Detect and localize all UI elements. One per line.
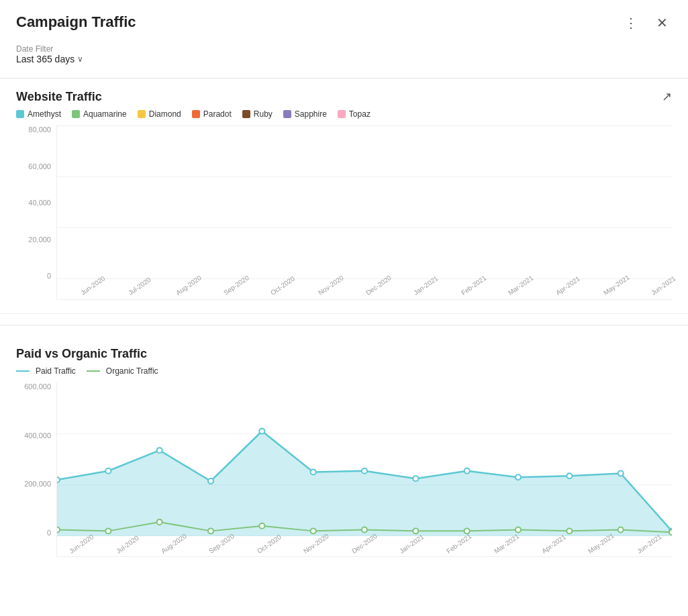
legend-item: Diamond <box>138 109 181 119</box>
svg-point-17 <box>105 528 111 533</box>
chevron-down-icon: ∨ <box>77 54 83 64</box>
x-axis-label: Jun-2020 <box>79 274 106 297</box>
expand-icon[interactable]: ↗ <box>662 89 672 104</box>
x-axis-label: Apr-2021 <box>540 533 567 555</box>
legend-item: Ruby <box>242 109 273 119</box>
website-traffic-legend: AmethystAquamarineDiamondParadotRubySapp… <box>16 109 672 119</box>
x-axis-label: Oct-2020 <box>256 533 283 555</box>
x-axis-label: Jan-2021 <box>412 274 439 297</box>
x-axis-label: Mar-2021 <box>507 274 534 297</box>
svg-point-7 <box>259 429 264 434</box>
svg-point-4 <box>105 468 111 474</box>
y-axis-label: 600,000 <box>16 382 56 391</box>
svg-point-18 <box>157 519 162 525</box>
y-axis-label: 400,000 <box>16 431 56 440</box>
close-button[interactable]: ✕ <box>652 13 672 32</box>
legend-item: Organic Traffic <box>87 366 158 376</box>
svg-point-3 <box>57 477 60 482</box>
legend-item: Topaz <box>338 109 371 119</box>
svg-point-21 <box>311 528 316 533</box>
y-axis-label: 80,000 <box>16 125 56 134</box>
svg-point-26 <box>567 528 572 533</box>
x-axis-label: Oct-2020 <box>269 274 296 297</box>
paid-organic-title: Paid vs Organic Traffic <box>16 347 147 361</box>
legend-item: Amethyst <box>16 109 61 119</box>
y-axis-label: 0 <box>16 529 56 537</box>
svg-point-6 <box>208 478 213 484</box>
website-traffic-chart: 020,00040,00060,00080,000 Jun-2020Jul-20… <box>16 125 672 300</box>
svg-point-5 <box>157 448 162 453</box>
paid-organic-legend: Paid TrafficOrganic Traffic <box>16 366 672 376</box>
svg-point-19 <box>208 528 213 533</box>
svg-point-22 <box>362 527 367 532</box>
legend-item: Paradot <box>192 109 232 119</box>
legend-item: Paid Traffic <box>16 366 76 376</box>
svg-point-20 <box>259 523 264 529</box>
x-axis-label: Jun-2021 <box>650 274 677 297</box>
more-options-button[interactable]: ⋮ <box>620 13 642 32</box>
y-axis-label: 60,000 <box>16 162 56 170</box>
website-traffic-title: Website Traffic <box>16 90 102 104</box>
date-filter-value: Last 365 days <box>16 54 75 64</box>
svg-point-16 <box>57 527 60 532</box>
svg-point-14 <box>618 471 624 476</box>
date-filter-dropdown[interactable]: Last 365 days ∨ <box>16 54 672 64</box>
x-axis-label: Aug-2020 <box>175 274 203 297</box>
legend-item: Aquamarine <box>72 109 127 119</box>
x-axis-label: Jun-2021 <box>636 533 662 555</box>
svg-point-12 <box>515 474 521 480</box>
svg-point-13 <box>567 473 572 478</box>
x-axis-label: Sep-2020 <box>222 274 250 297</box>
svg-point-9 <box>362 468 367 474</box>
x-axis-label: Jun-2020 <box>68 533 95 555</box>
svg-point-10 <box>413 476 418 481</box>
x-axis-label: Apr-2021 <box>554 274 581 297</box>
y-axis-label: 20,000 <box>16 236 56 244</box>
svg-point-23 <box>413 528 418 533</box>
date-filter-label: Date Filter <box>16 44 672 54</box>
legend-item: Sapphire <box>283 109 327 119</box>
y-axis-label: 0 <box>16 272 56 280</box>
x-axis-label: Jul-2020 <box>127 276 152 297</box>
x-axis-label: Jan-2021 <box>398 533 425 555</box>
x-axis-label: Dec-2020 <box>364 274 393 297</box>
svg-point-8 <box>311 470 316 475</box>
paid-organic-chart: 0200,000400,000600,000 Jun-2020Jul-2020A… <box>16 382 672 557</box>
svg-point-11 <box>464 468 470 474</box>
page-title: Campaign Traffic <box>16 13 136 31</box>
svg-point-28 <box>669 529 672 535</box>
svg-point-27 <box>618 527 624 532</box>
y-axis-label: 200,000 <box>16 480 56 488</box>
x-axis-label: Nov-2020 <box>317 274 345 297</box>
x-axis-label: Jul-2020 <box>115 534 140 555</box>
x-axis-label: May-2021 <box>602 273 631 297</box>
y-axis-label: 40,000 <box>16 199 56 207</box>
x-axis-label: Feb-2021 <box>460 274 487 297</box>
